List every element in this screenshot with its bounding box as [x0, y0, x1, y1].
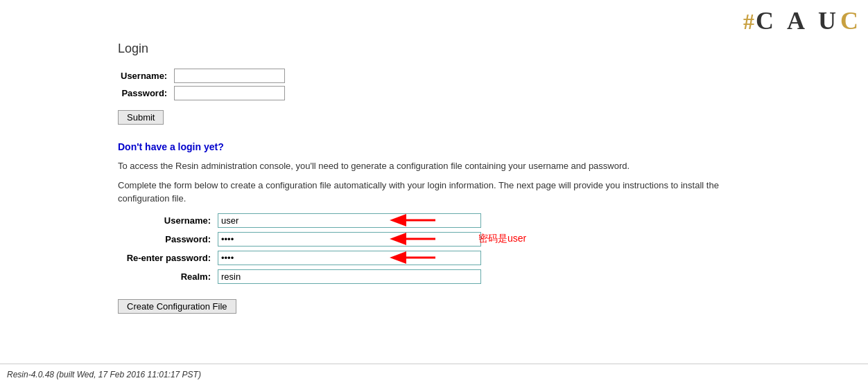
section-gap [118, 125, 750, 141]
password-input[interactable] [174, 86, 285, 100]
config-realm-label: Realm: [118, 267, 215, 286]
desc-text-1: To access the Resin administration conso… [118, 159, 750, 173]
username-label: Username: [118, 67, 171, 84]
login-title: Login [118, 42, 750, 56]
password-label: Password: [118, 84, 171, 102]
config-password-label: Password: [118, 230, 215, 249]
arrow-username-icon [388, 211, 437, 230]
password-row: Password: [118, 84, 288, 102]
arrow-reenter-icon [388, 248, 437, 267]
logo-letters: C A UC [756, 7, 862, 35]
arrow-password-icon [388, 229, 437, 249]
no-login-title: Don't have a login yet? [118, 141, 750, 152]
username-row: Username: [118, 67, 288, 84]
login-form: Username: Password: [118, 67, 288, 102]
password-annotation-text: 密码是user [478, 233, 526, 245]
no-login-section: Don't have a login yet? To access the Re… [118, 141, 750, 314]
config-realm-row: Realm: [118, 267, 484, 286]
logo-area: #C A UC [729, 0, 868, 42]
arrow-reenter [388, 249, 666, 267]
username-input[interactable] [174, 69, 285, 83]
arrow-password: 密码是user [388, 230, 666, 249]
footer-text: Resin-4.0.48 (built Wed, 17 Feb 2016 11:… [7, 370, 201, 379]
config-form-wrapper: Username: Password: Re-enter password: [118, 211, 484, 286]
config-reenter-label: Re-enter password: [118, 249, 215, 267]
desc-text-2: Complete the form below to create a conf… [118, 179, 750, 206]
logo-hash: # [743, 9, 754, 34]
footer: Resin-4.0.48 (built Wed, 17 Feb 2016 11:… [0, 364, 868, 385]
config-realm-input[interactable] [218, 269, 481, 284]
submit-button[interactable]: Submit [118, 110, 164, 125]
arrows-overlay: 密码是user [388, 211, 666, 267]
main-content: Login Username: Password: Submit Don't h… [0, 0, 868, 355]
login-section: Login Username: Password: Submit [118, 42, 750, 125]
arrow-username [388, 211, 666, 230]
config-username-label: Username: [118, 211, 215, 230]
create-config-button[interactable]: Create Configuration File [118, 299, 236, 314]
